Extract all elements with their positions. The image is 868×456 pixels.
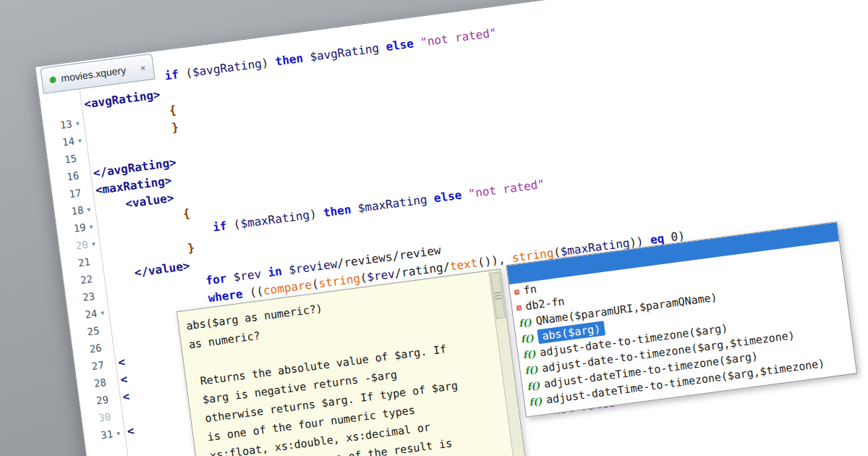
fold-toggle-icon[interactable]: ▾	[72, 119, 83, 128]
fold-spacer	[111, 415, 122, 416]
fold-spacer	[109, 398, 119, 400]
line-number[interactable]: 30	[81, 410, 111, 426]
line-number[interactable]: 14	[45, 135, 75, 151]
fold-spacer	[90, 260, 101, 261]
fold-spacer	[104, 363, 115, 365]
line-number[interactable]: 26	[72, 342, 103, 357]
fold-spacer	[79, 174, 90, 175]
function-icon: f()	[528, 395, 542, 408]
function-icon: f()	[520, 332, 535, 345]
tab-close-icon[interactable]: ×	[140, 63, 146, 73]
function-icon: f()	[518, 316, 532, 329]
fold-toggle-icon[interactable]: ▾	[112, 428, 124, 438]
line-number[interactable]: 22	[63, 273, 93, 288]
line-number[interactable]: 28	[77, 376, 107, 392]
line-number[interactable]: 15	[47, 153, 77, 168]
fold-spacer	[106, 381, 117, 382]
fold-toggle-icon[interactable]: ▾	[83, 204, 95, 214]
modified-indicator-dot	[49, 76, 56, 83]
fold-spacer	[93, 277, 103, 279]
namespace-icon: ▤	[516, 303, 522, 313]
fold-spacer	[95, 295, 106, 296]
line-number[interactable]: 25	[70, 325, 101, 340]
fold-toggle-icon[interactable]: ▾	[74, 135, 85, 145]
function-icon: f()	[524, 363, 539, 376]
line-number[interactable]	[87, 451, 116, 455]
completion-item-label: fn	[523, 282, 537, 297]
line-number[interactable]: 21	[61, 256, 91, 271]
line-number[interactable]: 29	[79, 394, 109, 409]
fold-spacer	[101, 346, 112, 347]
fold-toggle-icon[interactable]: ▾	[88, 239, 99, 248]
namespace-icon: ▤	[514, 287, 519, 297]
line-number[interactable]: 27	[75, 359, 105, 374]
line-number[interactable]: 23	[65, 290, 95, 305]
function-icon: f()	[522, 348, 537, 360]
line-number[interactable]: 20	[59, 239, 89, 254]
editor-window: movies.xquery × 13▾14▾15161718▾19▾20▾212…	[35, 0, 868, 456]
function-icon: f()	[527, 379, 541, 392]
fold-spacer	[115, 449, 126, 451]
tab-label: movies.xquery	[60, 64, 127, 85]
fold-spacer	[70, 105, 81, 106]
line-number[interactable]: 16	[49, 169, 80, 185]
fold-toggle-icon[interactable]: ▾	[96, 308, 108, 317]
line-number[interactable]: 17	[52, 187, 82, 202]
line-number[interactable]: 19	[56, 221, 87, 237]
fold-toggle-icon[interactable]: ▾	[85, 221, 97, 231]
fold-spacer	[81, 191, 92, 193]
fold-spacer	[77, 157, 88, 159]
line-number[interactable]	[41, 106, 70, 110]
line-number[interactable]: 18	[54, 204, 85, 219]
line-number[interactable]: 24	[68, 308, 98, 323]
fold-spacer	[99, 329, 110, 330]
line-number[interactable]: 13	[43, 118, 73, 133]
line-number[interactable]: 31	[83, 428, 114, 443]
